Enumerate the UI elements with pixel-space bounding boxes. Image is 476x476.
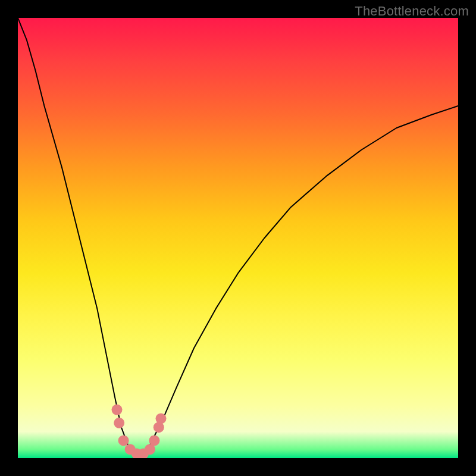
gradient-plot-area xyxy=(18,18,458,458)
bottleneck-curve-path xyxy=(18,18,458,454)
bottleneck-curve-svg xyxy=(18,18,458,458)
data-label-dot xyxy=(118,435,129,446)
data-label-dot xyxy=(156,413,167,424)
data-label-dot xyxy=(149,435,159,446)
data-label-dot xyxy=(112,405,123,415)
data-label-dots xyxy=(112,405,167,458)
watermark-text: TheBottleneck.com xyxy=(355,4,469,19)
data-label-dot xyxy=(114,418,124,428)
